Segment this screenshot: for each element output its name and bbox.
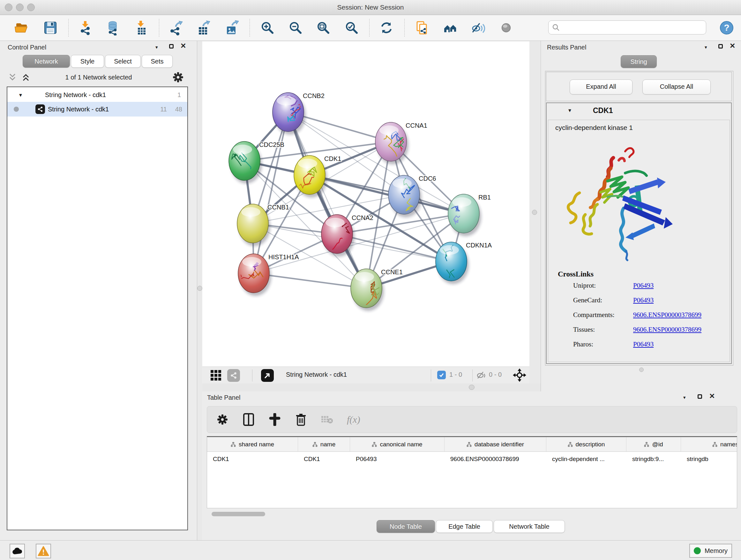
float-panel-icon[interactable] (718, 44, 723, 49)
network-item-row[interactable]: String Network - cdk1 11 48 (7, 102, 187, 117)
float-panel-icon[interactable] (169, 44, 174, 49)
tab-style[interactable]: Style (71, 55, 104, 68)
edge-CCNB2-HIST1H1A[interactable] (254, 112, 288, 273)
close-panel-icon[interactable]: ✕ (709, 393, 715, 399)
close-panel-icon[interactable]: ✕ (730, 43, 735, 49)
panel-menu-icon[interactable]: ▾ (155, 44, 158, 50)
export-image-button[interactable] (223, 19, 240, 36)
network-view-canvas[interactable]: CCNB2CCNA1CDC25BCDK1CDC6RB1CCNB1CCNA2CDK… (202, 42, 529, 367)
string-tab-icon[interactable] (227, 369, 240, 382)
table-settings-gear-icon[interactable] (216, 413, 229, 426)
node-CCNA1[interactable] (375, 122, 408, 165)
column-header-canonical-name[interactable]: canonical name (350, 437, 445, 451)
string-network-graph[interactable]: CCNB2CCNA1CDC25BCDK1CDC6RB1CCNB1CCNA2CDK… (202, 42, 529, 367)
table-horizontal-scrollbar[interactable] (207, 511, 737, 516)
table-row[interactable]: CDK1CDK1P064939606.ENSP00000378699cyclin… (207, 452, 737, 466)
splitter-grip[interactable] (469, 385, 475, 390)
export-network-button[interactable] (167, 19, 184, 36)
birdseye-grid-icon[interactable] (210, 369, 222, 383)
splitter-grip[interactable] (197, 286, 202, 291)
export-table-button[interactable] (195, 19, 212, 36)
zoom-fit-button[interactable] (315, 19, 332, 36)
float-panel-icon[interactable] (697, 394, 702, 399)
zoom-in-button[interactable] (259, 19, 276, 36)
node-CCNA2[interactable] (319, 214, 354, 257)
node-CCNB2[interactable] (273, 92, 306, 135)
close-panel-icon[interactable]: ✕ (180, 43, 186, 49)
crosslink-link[interactable]: P06493 (633, 340, 654, 348)
node-HIST1H1A[interactable] (238, 254, 272, 296)
refresh-view-button[interactable] (378, 19, 395, 36)
open-in-window-icon[interactable] (261, 369, 274, 382)
crosslink-link[interactable]: P06493 (633, 296, 654, 304)
edge-CCNB2-CCNE1[interactable] (288, 112, 366, 288)
hidden-items-icon[interactable] (476, 370, 486, 381)
tab-string[interactable]: String (621, 55, 657, 68)
first-neighbors-button[interactable] (442, 19, 459, 36)
clone-network-button[interactable] (414, 19, 430, 36)
zoom-fit-icon (316, 20, 331, 36)
column-header-shared-name[interactable]: shared name (207, 437, 298, 451)
search-input[interactable] (562, 23, 706, 32)
show-columns-icon[interactable] (242, 413, 255, 426)
delete-column-trash-icon[interactable] (294, 413, 307, 426)
node-label-HIST1H1A: HIST1H1A (268, 253, 299, 260)
network-collection-row[interactable]: ▼ String Network - cdk1 1 (7, 88, 187, 102)
node-CCNB1[interactable] (237, 204, 270, 246)
edge-CDK1-RB1[interactable] (310, 175, 464, 213)
show-graphics-details-button[interactable] (470, 19, 487, 36)
node-label-CDKN1A: CDKN1A (466, 242, 492, 249)
tab-node-table[interactable]: Node Table (377, 520, 435, 533)
column-header-description[interactable]: description (546, 437, 626, 451)
column-header-database-identifier[interactable]: database identifier (445, 437, 546, 451)
tab-network-table[interactable]: Network Table (494, 520, 565, 533)
tab-network[interactable]: Network (23, 55, 70, 68)
search-field[interactable] (548, 20, 706, 35)
network-options-gear-icon[interactable] (172, 71, 184, 83)
node-CCNE1[interactable] (351, 269, 384, 311)
hide-graphics-button[interactable] (498, 19, 515, 36)
crosslink-link[interactable]: P06493 (633, 282, 654, 290)
save-session-button[interactable] (42, 19, 59, 36)
cloud-status-button[interactable] (10, 544, 25, 558)
node-RB1[interactable] (448, 194, 481, 236)
tab-select[interactable]: Select (105, 55, 141, 68)
scrollbar-thumb[interactable] (212, 512, 265, 516)
pan-crosshair-icon[interactable] (513, 368, 527, 383)
help-button[interactable]: ? (718, 19, 735, 36)
crosslink-link[interactable]: 9606.ENSP00000378699 (633, 311, 701, 319)
selected-items-checkbox[interactable] (437, 371, 446, 379)
tab-edge-table[interactable]: Edge Table (436, 520, 493, 533)
warnings-button[interactable] (36, 544, 51, 558)
tab-sets[interactable]: Sets (142, 55, 173, 68)
separator (431, 369, 431, 381)
clear-table-icon[interactable] (321, 413, 333, 426)
expand-all-button[interactable]: Expand All (569, 79, 632, 95)
collection-expand-icon[interactable]: ▼ (18, 92, 23, 98)
import-network-database-button[interactable] (105, 19, 122, 36)
left-splitter[interactable] (197, 41, 202, 540)
zoom-selected-button[interactable] (343, 19, 360, 36)
column-header-namespace[interactable]: namespace (681, 437, 737, 451)
results-resize-grip[interactable] (639, 368, 644, 372)
function-builder-button[interactable]: f(x) (347, 413, 360, 426)
collapse-section-icon[interactable]: ▼ (567, 108, 572, 113)
crosslink-link[interactable]: 9606.ENSP00000378699 (633, 326, 701, 334)
table-body: CDK1CDK1P064939606.ENSP00000378699cyclin… (207, 452, 737, 466)
import-network-file-button[interactable] (78, 19, 94, 36)
open-session-button[interactable] (13, 19, 30, 36)
column-header-name[interactable]: name (298, 437, 350, 451)
zoom-in-icon (260, 20, 275, 36)
column-header-id[interactable]: @id (626, 437, 681, 451)
splitter-grip[interactable] (532, 210, 537, 215)
panel-menu-icon[interactable]: ▾ (704, 44, 707, 50)
add-column-icon[interactable] (268, 413, 281, 426)
node-CDK1[interactable] (292, 155, 327, 198)
collapse-all-button[interactable]: Collapse All (643, 79, 711, 95)
zoom-out-button[interactable] (287, 19, 304, 36)
protein-card-cdk1: ▼ CDK1 cyclin-dependent kinase 1 (546, 103, 732, 364)
panel-menu-icon[interactable]: ▾ (683, 395, 686, 400)
node-CDKN1A[interactable] (430, 241, 469, 285)
import-table-button[interactable] (133, 19, 150, 36)
memory-button[interactable]: Memory (689, 544, 732, 558)
